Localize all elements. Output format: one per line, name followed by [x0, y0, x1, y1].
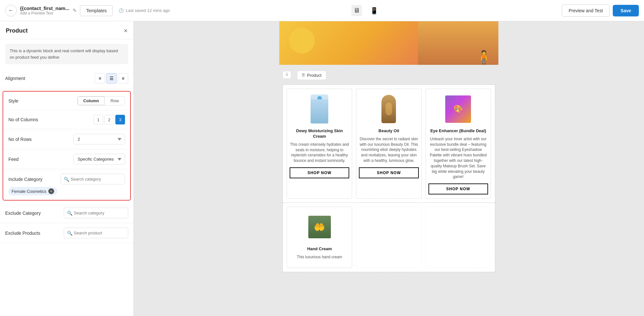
- circle-decoration: [289, 28, 315, 54]
- col-1-button[interactable]: 1: [93, 115, 103, 124]
- product-desc-4: This luxurious hand cream: [297, 254, 342, 260]
- product-name-2: Beauty Oil: [379, 128, 399, 134]
- templates-button[interactable]: Templates: [80, 5, 113, 16]
- hero-image: 🧍: [279, 21, 498, 65]
- product-label-text: Product: [307, 73, 322, 78]
- col-3-button[interactable]: 3: [115, 115, 125, 124]
- product-block-bar: ⠿ ⠿ Product: [279, 65, 498, 84]
- style-label: Style: [8, 98, 18, 104]
- edit-icon[interactable]: ✎: [72, 7, 77, 14]
- panel-title: Product: [6, 27, 28, 34]
- figure-silhouette: 🧍: [476, 50, 492, 65]
- alignment-buttons: ≡ ☰ ≡: [95, 73, 128, 84]
- exclude-products-row: Exclude Products 🔍: [0, 223, 133, 243]
- remove-tag-button[interactable]: ×: [48, 188, 54, 194]
- product-card-3: 🎨 Eye Enhancer (Bundle Deal) Unleash you…: [426, 89, 491, 199]
- exclude-category-input[interactable]: [64, 208, 128, 218]
- product-grid: Dewy Moisturizing Skin Cream This cream …: [287, 89, 491, 199]
- drag-handle-icon: ⠿: [285, 73, 288, 77]
- back-button[interactable]: ←: [5, 5, 17, 16]
- product-card-1: Dewy Moisturizing Skin Cream This cream …: [287, 89, 352, 199]
- exclude-products-search-icon: 🔍: [67, 231, 72, 236]
- include-category-label: Include Category: [8, 177, 43, 182]
- feed-label: Feed: [8, 157, 19, 162]
- product-card-2: Beauty Oil Discover the secret to radian…: [356, 89, 421, 199]
- product-grid-row2: 🤲 Hand Cream This luxurious hand cream: [283, 203, 495, 272]
- rows-row: No of Rows 2 3 4: [3, 129, 130, 149]
- feed-row: Feed Specific Categories All Products Be…: [3, 149, 130, 169]
- product-grid-row1: Dewy Moisturizing Skin Cream This cream …: [283, 84, 495, 203]
- alignment-label: Alignment: [5, 76, 25, 81]
- exclude-category-search-icon: 🔍: [67, 211, 72, 216]
- block-handle-area: ⠿: [283, 71, 291, 79]
- left-panel: Product × This is a dynamic block and re…: [0, 21, 134, 316]
- product-name-1: Dewy Moisturizing Skin Cream: [290, 128, 349, 139]
- include-category-row: Include Category 🔍 Female Cosmetics ×: [3, 169, 130, 200]
- topbar-center: 🖥 📱: [174, 5, 558, 16]
- info-box: This is a dynamic block and real content…: [5, 44, 128, 64]
- shop-now-button-2[interactable]: SHOP NOW: [359, 167, 418, 178]
- product-image-oil: [376, 93, 402, 125]
- contact-info: {{contact_first_nam... Add a Preview Tex…: [20, 5, 69, 15]
- columns-selector: 1 2 3: [93, 115, 125, 124]
- rows-select[interactable]: 2 3 4: [73, 134, 125, 144]
- clock-icon: 🕐: [119, 8, 124, 13]
- style-column-button[interactable]: Column: [78, 96, 105, 105]
- female-cosmetics-tag: Female Cosmetics ×: [8, 187, 57, 195]
- topbar-right: Preview and Test Save: [562, 5, 639, 17]
- saved-info: 🕐 Last saved 12 mins ago: [119, 8, 170, 13]
- save-button[interactable]: Save: [613, 5, 639, 16]
- preview-text-label: Add a Preview Text: [20, 11, 69, 15]
- style-row-button[interactable]: Row: [105, 96, 125, 105]
- tag-label: Female Cosmetics: [12, 189, 46, 194]
- include-category-tags: Female Cosmetics ×: [8, 187, 57, 195]
- style-toggle: Column Row: [77, 96, 125, 105]
- columns-row: No of Columns 1 2 3: [3, 110, 130, 129]
- search-icon: 🔍: [64, 177, 69, 182]
- main-layout: Product × This is a dynamic block and re…: [0, 21, 644, 316]
- style-row: Style Column Row: [3, 92, 130, 110]
- align-center-button[interactable]: ☰: [106, 73, 117, 84]
- align-right-button[interactable]: ≡: [118, 73, 128, 84]
- panel-close-button[interactable]: ×: [124, 27, 128, 35]
- product-desc-2: Discover the secret to radiant skin with…: [359, 136, 418, 163]
- include-category-input[interactable]: [61, 174, 125, 184]
- mobile-view-button[interactable]: 📱: [368, 5, 380, 16]
- product-desc-3: Unleash your inner artist with our exclu…: [428, 136, 488, 180]
- exclude-category-label: Exclude Category: [5, 211, 44, 216]
- saved-label: Last saved 12 mins ago: [126, 8, 170, 13]
- align-left-button[interactable]: ≡: [95, 73, 105, 84]
- exclude-products-input[interactable]: [64, 228, 128, 238]
- product-card-5: [356, 207, 421, 268]
- exclude-category-row: Exclude Category 🔍: [0, 203, 133, 223]
- topbar: ← {{contact_first_nam... Add a Preview T…: [0, 0, 644, 21]
- grid-icon: ⠿: [302, 73, 305, 78]
- desktop-view-button[interactable]: 🖥: [351, 5, 362, 16]
- product-card-4: 🤲 Hand Cream This luxurious hand cream: [287, 207, 352, 268]
- rows-label: No of Rows: [8, 137, 32, 142]
- product-settings-section: Style Column Row No of Columns 1 2 3 No …: [3, 91, 131, 201]
- right-panel: 🧍 ⠿ ⠿ Product: [134, 21, 644, 316]
- product-name-4: Hand Cream: [307, 246, 332, 252]
- shop-now-button-1[interactable]: SHOP NOW: [290, 167, 349, 178]
- columns-label: No of Columns: [8, 117, 38, 122]
- product-image-cream: [307, 93, 332, 125]
- product-grid-2: 🤲 Hand Cream This luxurious hand cream: [287, 207, 491, 268]
- alignment-section: Alignment ≡ ☰ ≡: [0, 69, 133, 88]
- product-block-label: ⠿ Product: [297, 71, 326, 80]
- contact-name: {{contact_first_nam...: [20, 5, 69, 11]
- product-desc-1: This cream intensely hydrates and seals …: [290, 142, 349, 163]
- shop-now-button-3[interactable]: SHOP NOW: [428, 183, 488, 194]
- product-image-palette: 🎨: [445, 93, 471, 125]
- topbar-left: ← {{contact_first_nam... Add a Preview T…: [5, 5, 170, 16]
- product-card-6: [426, 207, 491, 268]
- product-image-handcream: 🤲: [307, 211, 332, 243]
- feed-select[interactable]: Specific Categories All Products Best Se…: [73, 154, 125, 164]
- preview-and-test-button[interactable]: Preview and Test: [562, 5, 610, 17]
- product-name-3: Eye Enhancer (Bundle Deal): [430, 128, 486, 134]
- exclude-products-label: Exclude Products: [5, 231, 44, 236]
- email-canvas: 🧍 ⠿ ⠿ Product: [279, 21, 498, 272]
- panel-header: Product ×: [0, 21, 133, 39]
- col-2-button[interactable]: 2: [104, 115, 114, 124]
